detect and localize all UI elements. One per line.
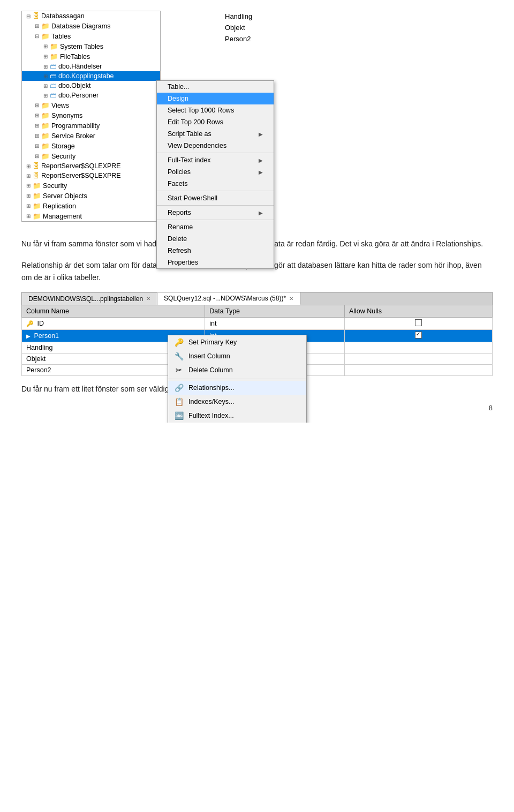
tab-kopplingstabellen[interactable]: DEMOWINDOWS\SQL...pplingstabellen ✕ — [22, 293, 157, 305]
tab-sqlquery[interactable]: SQLQuery12.sql -...NDOWS\Marcus (58))* ✕ — [157, 292, 300, 305]
expand-icon: ⊞ — [26, 183, 33, 189]
ctx-edit-top-200[interactable]: Edit Top 200 Rows — [157, 116, 274, 128]
ctx-rename[interactable]: Rename — [157, 221, 274, 233]
column-item-objekt: Objekt — [220, 22, 258, 33]
tree-item-programmability[interactable]: ⊞ 📁 Programmability — [22, 121, 160, 131]
folder-icon: 📁 — [41, 122, 50, 130]
tree-item-management[interactable]: ⊞ 📁 Management — [22, 211, 160, 221]
db-icon: 🗄 — [33, 162, 40, 170]
expand-icon: ⊞ — [26, 173, 33, 179]
ctx-insert-column[interactable]: 🔧 Insert Column — [168, 349, 306, 363]
db-icon: 🗄 — [33, 172, 40, 179]
tree-item-storage[interactable]: ⊞ 📁 Storage — [22, 141, 160, 151]
expand-icon: ⊞ — [43, 43, 50, 49]
key-icon: 🔑 — [26, 320, 34, 327]
table-design-section: DEMOWINDOWS\SQL...pplingstabellen ✕ SQLQ… — [21, 292, 493, 376]
ctx-reports[interactable]: Reports ▶ — [157, 207, 274, 219]
tab-close-icon[interactable]: ✕ — [146, 296, 150, 302]
delete-column-icon: ✂ — [173, 366, 184, 374]
expand-icon: ⊞ — [43, 64, 50, 70]
column-item-handling: Handling — [220, 11, 258, 22]
ctx-delete[interactable]: Delete — [157, 233, 274, 245]
expand-icon: ⊞ — [35, 112, 41, 118]
tree-item-reportserver2[interactable]: ⊞ 🗄 ReportServer$SQLEXPRE — [22, 171, 160, 181]
cell-nullable — [344, 318, 492, 330]
tree-item-server-objects[interactable]: ⊞ 📁 Server Objects — [22, 191, 160, 201]
tree-item-replication[interactable]: ⊞ 📁 Replication — [22, 201, 160, 211]
ctx-select-top-1000[interactable]: Select Top 1000 Rows — [157, 104, 274, 116]
folder-icon: 📁 — [50, 52, 58, 61]
tree-item-filetables[interactable]: ⊞ 📁 FileTables — [22, 51, 160, 62]
ctx-design[interactable]: Design — [157, 93, 274, 104]
separator — [157, 153, 274, 153]
table-icon: 🗃 — [50, 82, 57, 89]
cell-nullable — [344, 330, 492, 342]
tree-item-service-broker[interactable]: ⊞ 📁 Service Broker — [22, 131, 160, 141]
tree-item-reportserver1[interactable]: ⊞ 🗄 ReportServer$SQLEXPRE — [22, 161, 160, 171]
relationships-icon: 🔗 — [173, 384, 184, 392]
tree-item-diagrams[interactable]: ⊞ 📁 Database Diagrams — [22, 21, 160, 31]
tree-item-views[interactable]: ⊞ 📁 Views — [22, 100, 160, 110]
arrow-icon: ▶ — [259, 157, 263, 163]
expand-icon: ⊞ — [43, 73, 50, 79]
indexes-icon: 📋 — [173, 397, 184, 406]
row-arrow-icon: ▶ — [26, 333, 31, 339]
expand-icon: ⊞ — [35, 143, 41, 149]
checkbox-checked — [415, 332, 422, 339]
tree-item-kopplingstabe[interactable]: ⊞ 🗃 dbo.Kopplingstabe — [22, 71, 160, 81]
ctx-refresh[interactable]: Refresh — [157, 245, 274, 257]
expand-icon: ⊞ — [26, 203, 33, 209]
folder-icon: 📁 — [41, 142, 50, 150]
tree-item-security-inner[interactable]: ⊞ 📁 Security — [22, 151, 160, 161]
separator — [157, 191, 274, 191]
expand-icon: ⊞ — [35, 153, 41, 159]
tree-item-objekt[interactable]: ⊞ 🗃 dbo.Objekt — [22, 81, 160, 91]
tree-item-synonyms[interactable]: ⊞ 📁 Synonyms — [22, 110, 160, 121]
folder-icon: 📁 — [41, 101, 50, 109]
ctx-delete-column[interactable]: ✂ Delete Column — [168, 363, 306, 377]
ctx-fulltext-index[interactable]: Full-Text index ▶ — [157, 154, 274, 166]
tree-item-databassagan[interactable]: ⊟ 🗄 Databassagan — [22, 11, 160, 21]
table-icon: 🗃 — [50, 63, 57, 70]
cell-nullable — [344, 342, 492, 354]
ctx-script-table[interactable]: Script Table as ▶ — [157, 128, 274, 140]
arrow-icon: ▶ — [259, 131, 263, 137]
object-explorer-tree: ⊟ 🗄 Databassagan ⊞ 📁 Database Diagrams ⊟… — [21, 11, 161, 222]
ctx-indexes-keys[interactable]: 📋 Indexes/Keys... — [168, 395, 306, 409]
tree-item-system-tables[interactable]: ⊞ 📁 System Tables — [22, 41, 160, 51]
fulltext-icon: 🔤 — [173, 411, 184, 420]
tab-bar: DEMOWINDOWS\SQL...pplingstabellen ✕ SQLQ… — [21, 292, 493, 305]
tree-item-security-top[interactable]: ⊞ 📁 Security — [22, 181, 160, 191]
folder-icon: 📁 — [50, 42, 58, 50]
tree-item-handelser[interactable]: ⊞ 🗃 dbo.Händelser — [22, 62, 160, 71]
tab-close-icon[interactable]: ✕ — [289, 296, 293, 302]
ctx-facets[interactable]: Facets — [157, 178, 274, 190]
insert-column-icon: 🔧 — [173, 352, 184, 360]
ctx-policies[interactable]: Policies ▶ — [157, 166, 274, 178]
cell-type: int — [205, 318, 345, 330]
folder-icon: 📁 — [41, 32, 50, 40]
expand-icon: ⊞ — [43, 93, 50, 99]
expand-icon: ⊟ — [26, 13, 33, 19]
primary-key-icon: 🔑 — [173, 338, 184, 347]
folder-icon: 📁 — [41, 111, 50, 119]
ctx-set-primary-key[interactable]: 🔑 Set Primary Key — [168, 335, 306, 349]
ctx-view-dependencies[interactable]: View Dependencies — [157, 140, 274, 152]
ctx-fulltext-index[interactable]: 🔤 Fulltext Index... — [168, 409, 306, 423]
expand-icon: ⊞ — [26, 163, 33, 169]
expand-icon: ⊞ — [35, 133, 41, 139]
column-item-person2: Person2 — [220, 33, 258, 44]
ctx-properties[interactable]: Properties — [157, 257, 274, 268]
ctx-relationships[interactable]: 🔗 Relationships... — [168, 381, 306, 395]
expand-icon: ⊞ — [35, 23, 41, 29]
ctx-table[interactable]: Table... — [157, 81, 274, 93]
arrow-icon: ▶ — [259, 210, 263, 216]
arrow-icon: ▶ — [259, 169, 263, 175]
tree-item-personer[interactable]: ⊞ 🗃 dbo.Personer — [22, 91, 160, 100]
checkbox-unchecked — [415, 319, 422, 326]
table-row[interactable]: 🔑 ID int — [22, 318, 493, 330]
tree-item-tables[interactable]: ⊟ 📁 Tables — [22, 31, 160, 41]
separator — [168, 379, 306, 379]
ctx-start-powershell[interactable]: Start PowerShell — [157, 192, 274, 204]
folder-icon: 📁 — [41, 22, 50, 30]
